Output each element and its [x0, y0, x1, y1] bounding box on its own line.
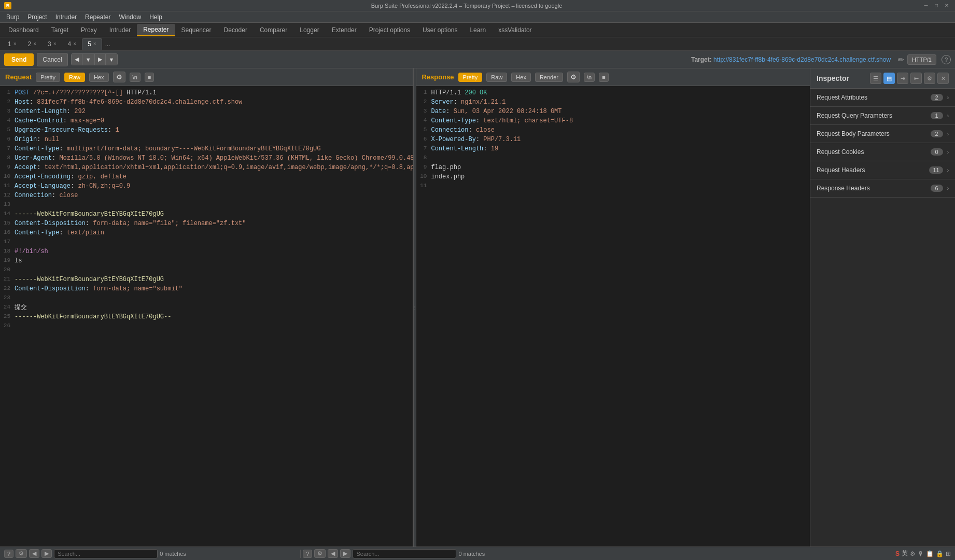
resp-view-hex-btn[interactable]: Hex	[511, 73, 531, 82]
app-icon: B	[4, 2, 11, 9]
insp-collapse-btn[interactable]: ⇤	[910, 73, 922, 84]
resp-view-newline-btn[interactable]: \n	[584, 73, 595, 82]
request-search-next[interactable]: ▶	[41, 549, 52, 558]
tab-learn[interactable]: Learn	[464, 24, 492, 36]
menu-window[interactable]: Window	[115, 12, 145, 22]
response-search-prev[interactable]: ◀	[328, 549, 338, 558]
close-button[interactable]: ✕	[943, 2, 951, 10]
resp-view-raw-btn[interactable]: Raw	[486, 73, 507, 82]
nav-next-button[interactable]: ▶	[95, 54, 106, 65]
window-title: Burp Suite Professional v2022.2.4 – Temp…	[11, 3, 922, 9]
menu-intruder[interactable]: Intruder	[51, 12, 81, 22]
nav-next-dropdown[interactable]: ▼	[106, 54, 118, 65]
menu-project[interactable]: Project	[23, 12, 51, 22]
menu-burp[interactable]: Burp	[2, 12, 23, 22]
toolbar: Send Cancel ◀ ▼ ▶ ▼ Target: http://831fe…	[0, 51, 955, 68]
tab-proxy[interactable]: Proxy	[75, 24, 103, 36]
response-header: Response Pretty Raw Hex Render ⚙ \n ≡	[416, 68, 810, 86]
tab-logger[interactable]: Logger	[293, 24, 325, 36]
resp-view-settings-btn[interactable]: ⚙	[567, 72, 580, 82]
tab-xssvalidator[interactable]: xssValidator	[492, 24, 538, 36]
inspector-item[interactable]: Response Headers 6 ›	[810, 179, 955, 198]
repeater-tab-2[interactable]: 2 ×	[22, 38, 43, 50]
view-newline-btn[interactable]: \n	[130, 73, 141, 82]
inspector-item[interactable]: Request Query Parameters 1 ›	[810, 107, 955, 125]
nav-prev-button[interactable]: ◀	[72, 54, 82, 65]
response-settings-icon[interactable]: ⚙	[314, 549, 326, 558]
tab-user-options[interactable]: User options	[416, 24, 464, 36]
repeater-tab-3[interactable]: 3 ×	[42, 38, 62, 50]
request-line: 1POST /?c=.+/???/????????[^-[] HTTP/1.1	[0, 88, 413, 97]
resp-view-render-btn[interactable]: Render	[535, 73, 563, 82]
inspector-item[interactable]: Request Attributes 2 ›	[810, 89, 955, 107]
response-line: 9flag.php	[416, 163, 810, 172]
nav-prev-dropdown[interactable]: ▼	[82, 54, 95, 65]
response-help-icon[interactable]: ?	[303, 550, 312, 558]
request-search-input[interactable]	[54, 549, 158, 558]
request-matches: 0 matches	[160, 551, 186, 557]
menu-help[interactable]: Help	[145, 12, 166, 22]
insp-indent-btn[interactable]: ⇥	[897, 73, 908, 84]
request-line: 14------WebKitFormBoundaryBtEYBGqXItE70g…	[0, 209, 413, 219]
repeater-tab-4[interactable]: 4 ×	[62, 38, 82, 50]
response-search-input[interactable]	[353, 549, 456, 558]
repeater-tab-1[interactable]: 1 ×	[2, 38, 22, 50]
response-search-next[interactable]: ▶	[340, 549, 350, 558]
response-line: 6X-Powered-By: PHP/7.3.11	[416, 135, 810, 144]
inspector-header: Inspector ☰ ▤ ⇥ ⇤ ⚙ ✕	[810, 68, 955, 89]
response-search-section: ? ⚙ ◀ ▶ 0 matches	[303, 549, 597, 558]
response-line: 3Date: Sun, 03 Apr 2022 08:24:18 GMT	[416, 107, 810, 116]
request-line: 20	[0, 265, 413, 275]
request-line: 3Content-Length: 292	[0, 107, 413, 116]
repeater-tab-5[interactable]: 5 ×	[82, 38, 102, 50]
edit-target-icon[interactable]: ✏	[898, 55, 904, 64]
cancel-button[interactable]: Cancel	[37, 53, 67, 66]
maximize-button[interactable]: □	[932, 2, 940, 10]
tab-dashboard[interactable]: Dashboard	[2, 24, 45, 36]
inspector-item[interactable]: Request Headers 11 ›	[810, 161, 955, 179]
insp-detail-view-btn[interactable]: ▤	[883, 73, 895, 84]
request-line: 4Cache-Control: max-age=0	[0, 116, 413, 125]
view-settings-btn[interactable]: ⚙	[113, 72, 125, 82]
menu-repeater[interactable]: Repeater	[81, 12, 115, 22]
tab-project-options[interactable]: Project options	[363, 24, 416, 36]
insp-list-view-btn[interactable]: ☰	[870, 73, 881, 84]
insp-settings-btn[interactable]: ⚙	[924, 73, 935, 84]
response-title: Response	[422, 73, 454, 81]
minimize-button[interactable]: ─	[922, 2, 930, 10]
tab-decoder[interactable]: Decoder	[218, 24, 254, 36]
tab-repeater[interactable]: Repeater	[137, 24, 175, 36]
repeater-tab-more[interactable]: ...	[102, 39, 114, 49]
tab-intruder[interactable]: Intruder	[103, 24, 137, 36]
response-line: 11	[416, 181, 810, 191]
insp-close-btn[interactable]: ✕	[937, 73, 949, 84]
view-raw-btn[interactable]: Raw	[64, 73, 85, 82]
response-line: 7Content-Length: 19	[416, 144, 810, 153]
request-line: 17	[0, 237, 413, 247]
inspector-item[interactable]: Request Body Parameters 2 ›	[810, 125, 955, 143]
tab-sequencer[interactable]: Sequencer	[175, 24, 218, 36]
view-menu-btn[interactable]: ≡	[145, 73, 154, 82]
send-button[interactable]: Send	[4, 53, 34, 66]
request-help-icon[interactable]: ?	[4, 550, 13, 558]
request-line: 2Host: 831fec7f-ff8b-4fe6-869c-d2d8e70dc…	[0, 97, 413, 107]
help-button[interactable]: ?	[942, 55, 951, 64]
response-line: 2Server: nginx/1.21.1	[416, 97, 810, 107]
resp-view-pretty-btn[interactable]: Pretty	[458, 73, 483, 82]
target-label: Target: http://831fec7f-ff8b-4fe6-869c-d…	[691, 56, 891, 63]
response-code-area[interactable]: 1HTTP/1.1 200 OK2Server: nginx/1.21.13Da…	[416, 86, 810, 547]
request-code-area[interactable]: 1POST /?c=.+/???/????????[^-[] HTTP/1.12…	[0, 86, 413, 547]
tab-target[interactable]: Target	[45, 24, 75, 36]
tab-extender[interactable]: Extender	[326, 24, 363, 36]
request-search-prev[interactable]: ◀	[29, 549, 39, 558]
resp-view-menu-btn[interactable]: ≡	[599, 73, 608, 82]
tab-comparer[interactable]: Comparer	[254, 24, 293, 36]
request-line: 8User-Agent: Mozilla/5.0 (Windows NT 10.…	[0, 153, 413, 163]
request-line: 22Content-Disposition: form-data; name="…	[0, 284, 413, 293]
http-version-badge[interactable]: HTTP/1	[907, 54, 936, 65]
request-line: 5Upgrade-Insecure-Requests: 1	[0, 125, 413, 135]
view-hex-btn[interactable]: Hex	[89, 73, 109, 82]
view-pretty-btn[interactable]: Pretty	[36, 73, 60, 82]
request-settings-icon[interactable]: ⚙	[16, 549, 27, 558]
inspector-item[interactable]: Request Cookies 0 ›	[810, 143, 955, 161]
